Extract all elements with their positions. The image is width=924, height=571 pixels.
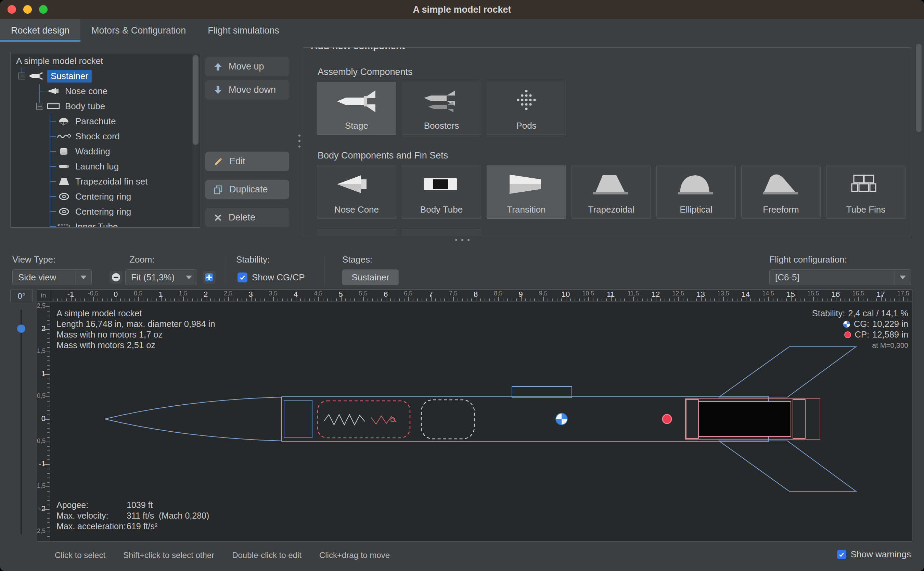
plus-icon <box>204 273 214 282</box>
transition-icon <box>504 170 548 199</box>
component-nose-cone[interactable]: Nose Cone <box>317 165 396 219</box>
acceleration-value: 619 ft/s² <box>126 522 157 531</box>
boosters-icon <box>419 87 464 116</box>
component-boosters[interactable]: Boosters <box>402 82 481 135</box>
parachute-icon <box>56 116 72 126</box>
zoom-out-button[interactable] <box>109 271 123 284</box>
splitter-handle[interactable] <box>299 134 300 148</box>
motor-shape[interactable] <box>699 401 791 437</box>
rocket-mass-with-motors: Mass with motors 2,51 oz <box>57 340 215 350</box>
flight-configuration-dropdown[interactable]: [C6-5] <box>769 269 911 285</box>
component-body-tube[interactable]: Body Tube <box>402 165 481 219</box>
fin-top-shape[interactable] <box>719 347 856 397</box>
tree-item-trapezoidal-fin-set[interactable]: Trapezoidal fin set <box>11 174 200 189</box>
delete-label: Delete <box>229 212 255 223</box>
component-pods[interactable]: Pods <box>487 82 566 135</box>
tree-item-label: Body tube <box>65 101 105 112</box>
tube-fins-icon <box>844 170 888 199</box>
stage-sustainer-toggle[interactable]: Sustainer <box>342 269 399 285</box>
body-tube-shape[interactable] <box>282 397 768 441</box>
arrow-down-icon <box>214 85 222 95</box>
component-stage[interactable]: Stage <box>317 82 396 135</box>
tree-scrollbar-thumb[interactable] <box>192 55 199 145</box>
tab-flight-simulations[interactable]: Flight simulations <box>197 19 290 42</box>
tree-item-parachute[interactable]: Parachute <box>11 114 200 129</box>
cp-icon <box>844 331 852 339</box>
zoom-dropdown[interactable]: Fit (51,3%) <box>125 269 197 285</box>
tree-item-label: Shock cord <box>75 131 120 142</box>
edit-button[interactable]: Edit <box>205 152 289 171</box>
tree-item-sustainer[interactable]: Sustainer <box>11 68 200 83</box>
shock-cord-shape[interactable] <box>324 415 365 425</box>
pencil-icon <box>214 157 223 167</box>
centering-ring-shape[interactable] <box>686 400 699 438</box>
tree-scrollbar[interactable] <box>192 54 200 227</box>
move-up-label: Move up <box>229 61 264 72</box>
horizontal-ruler: -1-0,500,511,522,533,544,555,566,577,588… <box>50 290 912 302</box>
wadding-icon <box>56 146 72 156</box>
component-tube-fins[interactable]: Tube Fins <box>826 165 906 219</box>
launch-lug-shape[interactable] <box>512 386 572 398</box>
zoom-value: Fit (51,3%) <box>126 270 181 285</box>
rotation-slider-track[interactable] <box>20 310 22 534</box>
zoom-label: Zoom: <box>129 255 155 265</box>
tree-item-wadding[interactable]: Wadding <box>11 144 200 159</box>
tree-item-body-tube[interactable]: Body tube <box>11 99 200 114</box>
component-elliptical[interactable]: Elliptical <box>656 165 736 219</box>
panel-scrollbar[interactable] <box>915 42 923 236</box>
rotation-slider-thumb[interactable] <box>17 324 25 333</box>
nose-shoulder-shape[interactable] <box>284 400 312 438</box>
assembly-components-heading: Assembly Components <box>317 67 413 77</box>
show-cg-cp-checkbox[interactable]: Show CG/CP <box>237 272 305 283</box>
inner-tube-icon <box>56 221 72 228</box>
component-transition[interactable]: Transition <box>487 165 566 219</box>
centering-ring-shape[interactable] <box>793 400 805 438</box>
move-up-button[interactable]: Move up <box>205 57 289 76</box>
tab-motors-configuration[interactable]: Motors & Configuration <box>80 19 197 42</box>
checkbox-checked-icon[interactable] <box>837 550 846 559</box>
duplicate-button[interactable]: Duplicate <box>205 180 289 199</box>
tree-item-centering-ring-2[interactable]: Centering ring <box>11 204 200 219</box>
tree-item-inner-tube[interactable]: Inner Tube <box>11 219 200 228</box>
tree-item-nose-cone[interactable]: Nose cone <box>11 83 200 99</box>
tree-item-centering-ring-1[interactable]: Centering ring <box>11 189 200 204</box>
panel-resize-handle[interactable] <box>455 239 470 241</box>
checkbox-checked-icon[interactable] <box>237 273 248 282</box>
nose-cone-large-icon <box>334 170 379 199</box>
show-warnings-checkbox[interactable]: Show warnings <box>837 549 911 560</box>
stability-overlay: Stability:2,4 cal / 14,1 % CG:10,229 in … <box>812 308 908 350</box>
tab-rocket-design[interactable]: Rocket design <box>0 19 80 42</box>
panel-scrollbar-thumb[interactable] <box>916 44 922 132</box>
chevron-down-icon <box>895 270 911 285</box>
body-components-heading: Body Components and Fin Sets <box>317 150 448 161</box>
delete-button[interactable]: Delete <box>205 208 289 227</box>
minimize-window-button[interactable] <box>23 5 32 14</box>
component-partial-2[interactable] <box>402 229 481 236</box>
collapse-toggle-icon[interactable] <box>18 73 25 79</box>
collapse-toggle-icon[interactable] <box>36 103 43 110</box>
stability-label: Stability: <box>236 255 270 265</box>
nose-cone-shape[interactable] <box>105 397 282 441</box>
fin-set-icon <box>56 176 72 187</box>
component-trapezoidal[interactable]: Trapezoidal <box>571 165 651 219</box>
tree-item-shock-cord[interactable]: Shock cord <box>11 129 200 144</box>
centering-ring-icon <box>56 207 72 217</box>
view-type-dropdown[interactable]: Side view <box>12 269 92 285</box>
component-freeform[interactable]: Freeform <box>741 165 821 219</box>
zoom-in-button[interactable] <box>203 271 216 284</box>
move-down-button[interactable]: Move down <box>205 80 289 100</box>
stage-toggle-label: Sustainer <box>352 272 390 283</box>
tree-item-launch-lug[interactable]: Launch lug <box>11 159 200 174</box>
tree-item-root[interactable]: A simple model rocket <box>11 53 200 68</box>
body-tube-large-icon <box>419 170 464 199</box>
flight-configuration-value: [C6-5] <box>770 270 895 285</box>
rocket-name: A simple model rocket <box>57 308 215 319</box>
shock-cord-icon <box>56 131 72 141</box>
zoom-window-button[interactable] <box>39 5 48 14</box>
fin-bottom-shape[interactable] <box>719 441 856 491</box>
cg-marker <box>556 413 567 425</box>
close-window-button[interactable] <box>8 5 16 14</box>
title-bar: A simple model rocket <box>0 0 924 20</box>
component-partial-1[interactable] <box>317 229 396 236</box>
wadding-shape[interactable] <box>421 400 474 439</box>
